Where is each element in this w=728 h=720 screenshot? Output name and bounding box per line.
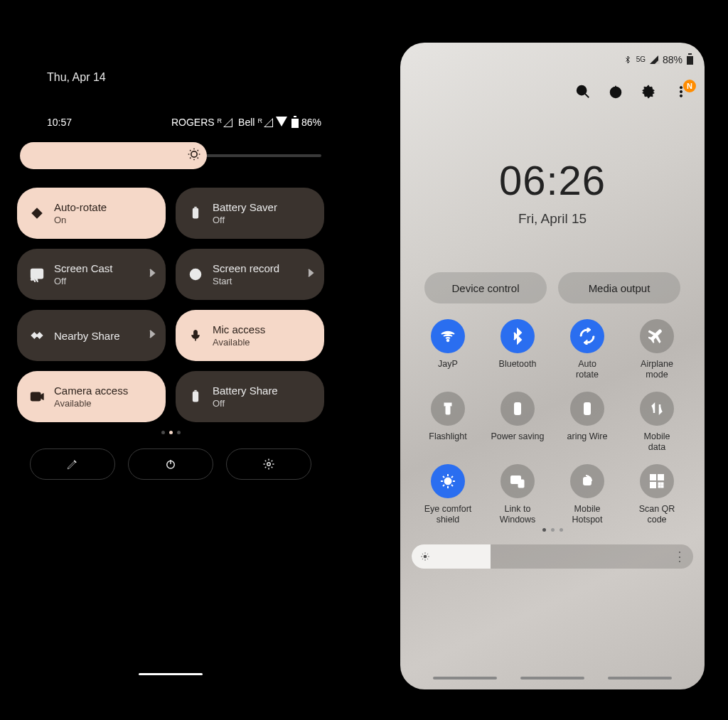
qs-tile-mic[interactable]: Mic access Available <box>176 310 324 361</box>
settings-button[interactable] <box>641 84 656 100</box>
qs-tile-nearby[interactable]: Nearby Share <box>17 310 166 361</box>
battery-icon <box>687 55 693 65</box>
svg-rect-11 <box>31 393 41 401</box>
qs-tile-mobiledata[interactable]: Mobiledata <box>622 392 692 453</box>
svg-point-50 <box>424 555 427 559</box>
status-bar: 5G 88% <box>400 43 705 65</box>
navigation-bar[interactable] <box>400 677 705 679</box>
svg-rect-41 <box>518 480 524 488</box>
tile-label: Airplanemode <box>641 359 673 380</box>
qs-tile-rotate[interactable]: Autorotate <box>552 319 622 380</box>
svg-line-58 <box>427 554 428 554</box>
tile-label: Flashlight <box>429 431 467 453</box>
signal-icon <box>650 55 658 64</box>
clock-time: 06:26 <box>400 156 705 204</box>
power-button[interactable] <box>128 448 213 480</box>
qs-tile-rotate[interactable]: Auto-rotate On <box>17 188 166 239</box>
tile-title: Battery Share <box>213 385 278 397</box>
tile-subtitle: On <box>54 215 107 225</box>
tile-label: Bluetooth <box>499 359 537 380</box>
svg-point-23 <box>680 90 682 92</box>
svg-line-37 <box>451 485 453 486</box>
svg-point-22 <box>680 87 682 89</box>
qs-tile-hotspot[interactable]: MobileHotspot <box>552 464 622 525</box>
svg-rect-43 <box>651 475 655 480</box>
svg-point-7 <box>31 279 33 281</box>
qs-tile-eyecomfort[interactable]: Eye comfortshield <box>413 464 483 525</box>
svg-line-55 <box>422 554 423 554</box>
chevron-right-icon <box>149 268 156 281</box>
svg-line-36 <box>443 476 444 478</box>
svg-point-31 <box>444 478 451 485</box>
qs-tile-qr[interactable]: Scan QRcode <box>622 464 692 525</box>
camera-icon <box>28 389 46 404</box>
notification-badge: N <box>683 80 696 92</box>
qs-tile-wifi[interactable]: JayP <box>413 319 483 380</box>
bluetooth-icon <box>500 319 535 353</box>
power-button[interactable] <box>608 84 623 100</box>
tile-subtitle: Off <box>213 215 277 225</box>
svg-point-9 <box>193 272 198 276</box>
record-icon <box>187 267 204 282</box>
qs-tile-powersave[interactable]: Power saving <box>483 392 552 453</box>
svg-point-17 <box>577 86 587 95</box>
bluetooth-status-icon <box>623 55 632 65</box>
svg-rect-1 <box>33 209 42 218</box>
tile-label: Link toWindows <box>500 504 536 525</box>
battery-icon <box>291 117 299 128</box>
qs-tile-link[interactable]: Link toWindows <box>483 464 552 525</box>
tile-title: Camera access <box>54 385 128 397</box>
qs-tile-bluetooth[interactable]: Bluetooth <box>483 319 552 380</box>
tile-label: Autorotate <box>576 359 599 380</box>
qs-tile-battery-saver[interactable]: Battery Saver Off <box>176 188 324 239</box>
tile-title: Auto-rotate <box>54 201 107 213</box>
expand-icon[interactable]: ⋮ <box>673 549 686 564</box>
qs-tile-camera[interactable]: Camera access Available <box>17 371 166 422</box>
svg-rect-45 <box>651 483 655 488</box>
svg-point-0 <box>191 151 197 157</box>
svg-line-57 <box>422 559 423 559</box>
rotate-icon <box>570 319 604 353</box>
brightness-slider[interactable]: ⋮ <box>412 544 693 569</box>
tile-title: Nearby Share <box>54 330 120 342</box>
tile-label: Eye comfortshield <box>424 504 472 525</box>
tile-title: Mic access <box>213 323 265 335</box>
flashlight-icon <box>431 392 465 426</box>
svg-rect-48 <box>658 485 660 488</box>
tile-subtitle: Off <box>213 398 278 409</box>
cast-icon <box>28 267 46 282</box>
device-control-button[interactable]: Device control <box>424 272 547 303</box>
clock-text: 10:57 <box>47 117 72 128</box>
edit-button[interactable] <box>30 448 115 480</box>
qr-icon <box>640 464 674 498</box>
chevron-right-icon <box>149 329 156 342</box>
qs-tile-airplane[interactable]: Airplanemode <box>622 319 692 380</box>
svg-line-56 <box>427 559 428 559</box>
qs-tile-flashlight[interactable]: Flashlight <box>413 392 483 453</box>
battery-percent: 86% <box>301 117 321 128</box>
qs-tile-cast[interactable]: Screen Cast Off <box>17 249 166 300</box>
brightness-slider[interactable] <box>20 142 321 169</box>
wifi-icon <box>276 118 287 127</box>
svg-rect-47 <box>661 485 663 488</box>
share-icon <box>570 392 604 426</box>
svg-point-16 <box>267 463 271 466</box>
more-button[interactable]: N <box>673 84 689 100</box>
settings-button[interactable] <box>226 448 311 480</box>
tile-subtitle: Available <box>54 398 128 409</box>
tile-label: MobileHotspot <box>572 504 602 525</box>
powersave-icon <box>500 392 535 426</box>
qs-tile-battery-share[interactable]: Battery Share Off <box>176 371 324 422</box>
tile-label: JayP <box>438 359 458 380</box>
media-output-button[interactable]: Media output <box>558 272 680 303</box>
status-bar: 10:57 ROGERS R Bell R 86% <box>7 84 334 128</box>
brightness-auto-icon <box>187 147 201 164</box>
qs-tile-record[interactable]: Screen record Start <box>176 249 324 300</box>
mic-icon <box>187 328 204 343</box>
gesture-bar[interactable] <box>139 673 203 675</box>
airplane-icon <box>640 319 674 353</box>
qs-tile-share[interactable]: aring Wire <box>552 392 622 453</box>
tile-title: Battery Saver <box>213 201 277 213</box>
brightness-icon <box>420 552 430 562</box>
search-button[interactable] <box>575 84 591 100</box>
